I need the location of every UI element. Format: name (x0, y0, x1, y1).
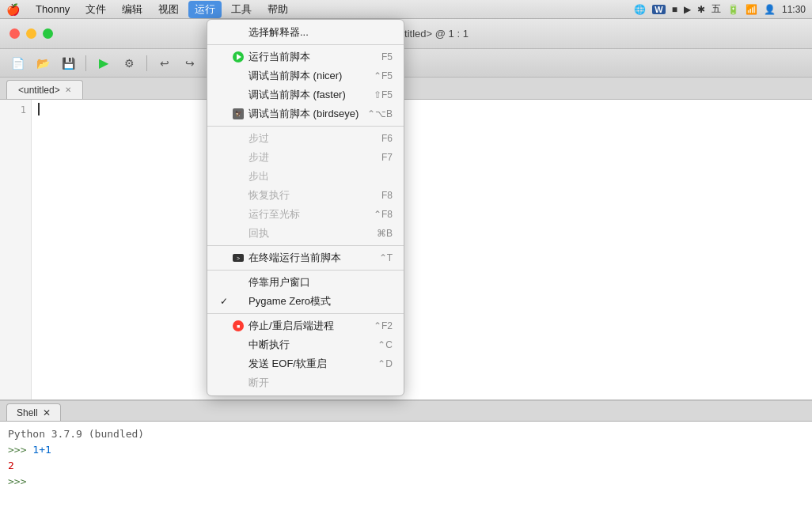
menu-tools[interactable]: 工具 (225, 1, 258, 18)
menu-help[interactable]: 帮助 (261, 1, 294, 18)
menu-item-step-over: 步过F6 (207, 129, 404, 148)
line-numbers: 1 (0, 100, 32, 399)
shell-input-1: 1+1 (32, 444, 51, 456)
menu-label-run-script: 运行当前脚本 (249, 50, 375, 64)
shell-python-info: Python 3.7.9 (bundled) (8, 428, 144, 440)
app-menu: Thonny 文件 编辑 视图 运行 工具 帮助 (29, 1, 294, 18)
editor-area[interactable]: 1 (0, 100, 812, 399)
menu-item-debug-birdseye[interactable]: 🦅调试当前脚本 (birdseye)⌃⌥B (207, 104, 404, 123)
menu-label-select-interpreter: 选择解释器... (249, 25, 393, 40)
close-button[interactable] (9, 28, 20, 39)
battery-icon: 🔋 (727, 4, 739, 15)
menu-label-stop-restart: 停止/重启后端进程 (249, 319, 367, 333)
menu-item-select-interpreter[interactable]: 选择解释器... (207, 23, 404, 42)
menu-label-debug-faster: 调试当前脚本 (faster) (249, 88, 367, 102)
menubar-right-icons: 🌐 W ■ ▶ ✱ 五 🔋 📶 👤 11:30 (634, 2, 806, 16)
menu-thonny[interactable]: Thonny (29, 1, 76, 18)
menu-separator-13 (207, 245, 404, 246)
editor-tab-bar: <untitled> ✕ (0, 78, 812, 100)
minimize-button[interactable] (26, 28, 36, 39)
title-bar: Thonny - <untitled> @ 1 : 1 (0, 19, 812, 49)
menu-label-disconnect: 断开 (249, 376, 393, 390)
bluetooth-icon: ✱ (697, 4, 705, 15)
mac-menubar: 🍎 Thonny 文件 编辑 视图 运行 工具 帮助 🌐 W ■ ▶ ✱ 五 🔋… (0, 0, 812, 19)
menu-item-pygame-zero[interactable]: ✓Pygame Zero模式 (207, 292, 404, 311)
menu-item-run-to-cursor: 运行至光标⌃F8 (207, 205, 404, 224)
menu-separator-6 (207, 126, 404, 127)
menu-check-pygame-zero: ✓ (218, 296, 230, 307)
save-file-button[interactable]: 💾 (57, 53, 79, 74)
menu-label-pygame-zero: Pygame Zero模式 (249, 294, 393, 308)
editor-tab-untitled[interactable]: <untitled> ✕ (6, 80, 83, 99)
menu-file[interactable]: 文件 (79, 1, 112, 18)
word-icon: W (652, 5, 665, 14)
menu-label-run-in-terminal: 在终端运行当前脚本 (249, 251, 373, 265)
shell-prompt-line-2: >>> (8, 474, 804, 490)
menu-separator-1 (207, 44, 404, 45)
shell-tab-close[interactable]: ✕ (43, 407, 51, 418)
menu-label-step-into: 步进 (249, 150, 375, 165)
debug-button[interactable]: ⚙ (118, 53, 140, 74)
editor-tab-label: <untitled> (18, 85, 60, 96)
menu-run[interactable]: 运行 (188, 1, 222, 18)
shell-input-line-1: >>> 1+1 (8, 442, 804, 458)
shell-tab[interactable]: Shell ✕ (6, 403, 61, 421)
menu-shortcut-step-over: F6 (381, 133, 393, 144)
menu-item-step-out: 步出 (207, 167, 404, 186)
menu-shortcut-debug-nicer: ⌃F5 (374, 70, 393, 81)
menu-item-step-into: 步进F7 (207, 148, 404, 167)
shell-tab-label: Shell (17, 407, 38, 418)
globe-icon: 🌐 (634, 4, 646, 15)
menu-shortcut-run-to-cursor: ⌃F8 (374, 209, 393, 220)
shell-output-line-1: 2 (8, 458, 804, 474)
bird-icon: 🦅 (233, 108, 244, 119)
shell-output-1: 2 (8, 460, 14, 471)
menu-shortcut-run-script: F5 (381, 51, 393, 62)
menu-shortcut-stop-restart: ⌃F2 (374, 320, 393, 331)
apple-icon[interactable]: 🍎 (6, 3, 20, 16)
step-forward-button[interactable]: ↪ (179, 53, 201, 74)
menu-item-run-script[interactable]: 运行当前脚本F5 (207, 47, 404, 66)
menu-item-stop-restart[interactable]: ■停止/重启后端进程⌃F2 (207, 316, 404, 335)
step-back-button[interactable]: ↩ (154, 53, 176, 74)
menu-item-run-in-terminal[interactable]: >在终端运行当前脚本⌃T (207, 248, 404, 267)
menu-shortcut-rollback: ⌘B (377, 228, 393, 239)
run-button[interactable]: ▶ (93, 53, 115, 74)
wifi-icon: 📶 (746, 4, 757, 15)
menu-label-stop-panel: 停靠用户窗口 (249, 275, 393, 289)
menu-label-resume: 恢复执行 (249, 188, 375, 202)
new-file-button[interactable]: 📄 (6, 53, 28, 74)
music-icon: ■ (672, 4, 677, 15)
stop-icon: ■ (233, 320, 244, 331)
text-cursor (38, 103, 40, 115)
menu-separator-18 (207, 313, 404, 314)
toolbar-separator-1 (85, 55, 86, 71)
menu-edit[interactable]: 编辑 (116, 1, 149, 18)
menu-label-step-out: 步出 (249, 169, 393, 184)
shell-panel: Shell ✕ Python 3.7.9 (bundled) >>> 1+1 2… (0, 399, 812, 526)
editor-tab-close[interactable]: ✕ (65, 85, 71, 94)
run-dropdown-menu[interactable]: 选择解释器...运行当前脚本F5调试当前脚本 (nicer)⌃F5调试当前脚本 … (207, 19, 404, 396)
menu-label-rollback: 回执 (249, 226, 370, 240)
menu-item-interrupt[interactable]: 中断执行⌃C (207, 335, 404, 354)
menu-item-stop-panel[interactable]: 停靠用户窗口 (207, 273, 404, 292)
menu-label-step-over: 步过 (249, 131, 375, 146)
menu-label-send-eof: 发送 EOF/软重启 (249, 357, 371, 371)
maximize-button[interactable] (43, 28, 53, 39)
menu-label-debug-birdseye: 调试当前脚本 (birdseye) (249, 107, 361, 121)
menu-label-interrupt: 中断执行 (249, 338, 371, 352)
window-controls (9, 28, 53, 39)
editor-content[interactable] (32, 100, 812, 399)
menu-item-debug-nicer[interactable]: 调试当前脚本 (nicer)⌃F5 (207, 66, 404, 85)
terminal-icon: > (233, 254, 244, 262)
open-file-button[interactable]: 📂 (32, 53, 54, 74)
menu-shortcut-step-into: F7 (381, 152, 393, 163)
menu-view[interactable]: 视图 (152, 1, 185, 18)
main-window: Thonny - <untitled> @ 1 : 1 📄 📂 💾 ▶ ⚙ ↩ … (0, 19, 812, 526)
shell-tab-bar: Shell ✕ (0, 401, 812, 422)
shell-content[interactable]: Python 3.7.9 (bundled) >>> 1+1 2 >>> (0, 422, 812, 526)
menu-item-rollback: 回执⌘B (207, 224, 404, 243)
menu-item-resume: 恢复执行F8 (207, 186, 404, 205)
menu-item-send-eof[interactable]: 发送 EOF/软重启⌃D (207, 354, 404, 373)
menu-item-debug-faster[interactable]: 调试当前脚本 (faster)⇧F5 (207, 85, 404, 104)
